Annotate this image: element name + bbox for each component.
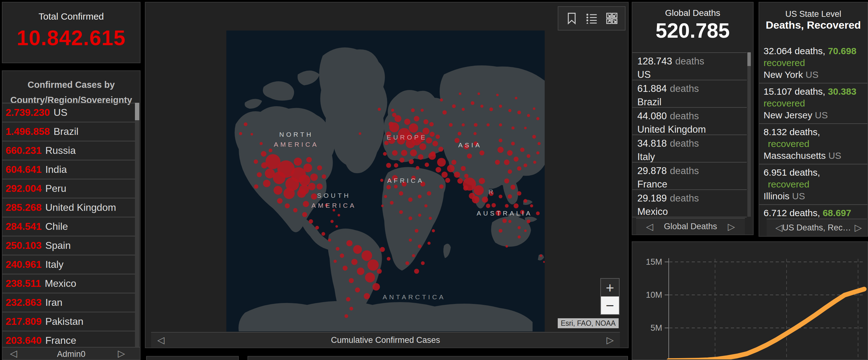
next-page-icon[interactable]: ▷ xyxy=(118,349,125,358)
scrollbar-thumb[interactable] xyxy=(135,103,139,120)
confirmed-by-country-header: Confirmed Cases by Country/Region/Sovere… xyxy=(2,71,140,108)
cumulative-cases-chart[interactable]: 15M 10M 5M xyxy=(632,242,867,359)
list-item[interactable]: 128.743deaths US xyxy=(632,53,747,80)
case-count: 238.511 xyxy=(6,278,41,289)
us-state-panel: US State Level Deaths, Recovered 32.064 … xyxy=(758,2,868,237)
death-count: 34.818 xyxy=(637,138,667,149)
list-item[interactable]: 232.863Iran xyxy=(2,293,135,312)
death-count: 15.107 xyxy=(764,86,792,96)
next-page-icon[interactable]: ▷ xyxy=(855,223,862,232)
list-item[interactable]: 240.961Italy xyxy=(2,255,135,274)
list-item[interactable]: 203.640France xyxy=(2,331,135,348)
y-tick-label: 15M xyxy=(646,257,662,267)
total-confirmed-value: 10.842.615 xyxy=(2,26,140,50)
list-item[interactable]: 284.541Chile xyxy=(2,217,135,237)
region-name: United Kingdom xyxy=(637,123,747,136)
continent-label: ANTARCTICA xyxy=(383,293,446,301)
list-item[interactable]: 32.064 deaths, 70.698 recovered New York… xyxy=(759,43,867,83)
list-item[interactable]: 1.496.858Brazil xyxy=(2,122,135,141)
recovered-word: recovered xyxy=(768,179,809,189)
case-count: 1.496.858 xyxy=(6,126,50,137)
case-count: 240.961 xyxy=(6,259,42,270)
pager-label: Admin0 xyxy=(57,350,86,359)
death-count: 6.712 xyxy=(764,208,787,218)
country-name: US xyxy=(806,70,818,80)
continent-label: AMERICA xyxy=(311,202,356,209)
list-item[interactable]: 292.004Peru xyxy=(2,179,135,198)
list-item[interactable]: 217.809Pakistan xyxy=(2,312,135,331)
country-name: Peru xyxy=(45,183,66,194)
region-name: Italy xyxy=(637,151,747,163)
list-item[interactable]: 29.189deaths Mexico xyxy=(632,190,747,217)
us-panel-title: US State Level xyxy=(759,9,867,19)
region-name: New Jersey xyxy=(764,110,812,120)
country-name: France xyxy=(45,335,76,346)
region-name: New York xyxy=(764,70,803,80)
world-map[interactable]: NORTH AMERICA EUROPE ASIA AFRICA SOUTH A… xyxy=(226,30,545,332)
legend-icon[interactable] xyxy=(585,11,598,25)
pager-label: US Deaths, Rec… xyxy=(782,223,851,232)
list-item[interactable]: 2.739.230US xyxy=(2,103,135,122)
prev-page-icon[interactable]: ◁ xyxy=(646,222,653,231)
region-name: Massachusetts xyxy=(764,150,826,161)
case-count: 285.268 xyxy=(6,202,42,213)
deaths-word: deaths, xyxy=(795,46,825,56)
prev-page-icon[interactable]: ◁ xyxy=(10,349,17,358)
country-name: US xyxy=(815,110,828,120)
list-item[interactable]: 238.511Mexico xyxy=(2,274,135,293)
pager-label: Global Deaths xyxy=(664,222,717,231)
recovered-count: 70.698 xyxy=(828,46,857,56)
map-toolbar xyxy=(558,6,625,30)
region-name: US xyxy=(637,69,747,81)
prev-page-icon[interactable]: ◁ xyxy=(775,223,782,232)
confirmed-cases-curve xyxy=(669,289,864,359)
death-count: 44.080 xyxy=(637,111,667,121)
confirmed-by-country-panel: Confirmed Cases by Country/Region/Sovere… xyxy=(2,71,141,360)
list-item[interactable]: 61.884deaths Brazil xyxy=(632,80,747,108)
zoom-out-button[interactable]: − xyxy=(601,297,619,314)
unit-label: deaths xyxy=(670,111,699,121)
global-deaths-pager: ◁ Global Deaths ▷ xyxy=(636,218,745,234)
list-item[interactable]: 34.818deaths Italy xyxy=(632,135,747,163)
bookmark-icon[interactable] xyxy=(565,11,579,25)
global-deaths-title: Global Deaths xyxy=(632,8,753,18)
scrollbar-thumb[interactable] xyxy=(747,52,751,66)
death-count: 29.878 xyxy=(637,165,667,176)
country-name: United Kingdom xyxy=(45,202,116,213)
death-count: 61.884 xyxy=(637,83,667,94)
case-count: 660.231 xyxy=(6,145,42,156)
map-pager: ◁ Cumulative Confirmed Cases ▷ xyxy=(151,332,620,348)
recovered-word: recovered xyxy=(768,139,809,149)
deaths-word: deaths, xyxy=(789,127,820,137)
country-name: Brazil xyxy=(54,126,79,137)
zoom-in-button[interactable]: + xyxy=(601,279,619,297)
country-name: Pakistan xyxy=(45,316,84,327)
us-state-list: 32.064 deaths, 70.698 recovered New York… xyxy=(759,43,867,218)
next-page-icon[interactable]: ▷ xyxy=(607,335,614,345)
global-deaths-list: 128.743deaths US 61.884deaths Brazil 44.… xyxy=(632,52,747,217)
next-page-icon[interactable]: ▷ xyxy=(728,222,735,231)
unit-label: deaths xyxy=(670,138,699,149)
death-count: 29.189 xyxy=(637,193,667,204)
list-item[interactable]: 604.641India xyxy=(2,160,135,179)
list-item[interactable]: 8.132 deaths, recovered Massachusetts US xyxy=(759,124,867,164)
country-name: Spain xyxy=(45,240,71,251)
list-item[interactable]: 44.080deaths United Kingdom xyxy=(632,108,747,135)
unit-label: deaths xyxy=(670,193,699,204)
basemap-icon[interactable] xyxy=(605,11,619,25)
list-item[interactable]: 250.103Spain xyxy=(2,237,135,255)
deaths-word: deaths, xyxy=(795,86,825,96)
list-item[interactable]: 660.231Russia xyxy=(2,141,135,160)
list-item[interactable]: 29.878deaths France xyxy=(632,163,747,190)
list-item[interactable]: 6.951 deaths, recovered Illinois US xyxy=(759,164,867,205)
recovered-word: recovered xyxy=(764,98,805,108)
prev-page-icon[interactable]: ◁ xyxy=(157,335,164,345)
scrollbar[interactable] xyxy=(747,52,751,217)
country-name: Italy xyxy=(45,259,64,270)
list-item[interactable]: 6.712 deaths, 68.697 recovered Pennsylva… xyxy=(759,205,867,218)
list-item[interactable]: 15.107 deaths, 30.383 recovered New Jers… xyxy=(759,83,867,124)
country-name: Iran xyxy=(45,297,62,308)
country-name: Russia xyxy=(45,145,76,156)
list-item[interactable]: 285.268United Kingdom xyxy=(2,198,135,217)
scrollbar[interactable] xyxy=(135,103,139,348)
